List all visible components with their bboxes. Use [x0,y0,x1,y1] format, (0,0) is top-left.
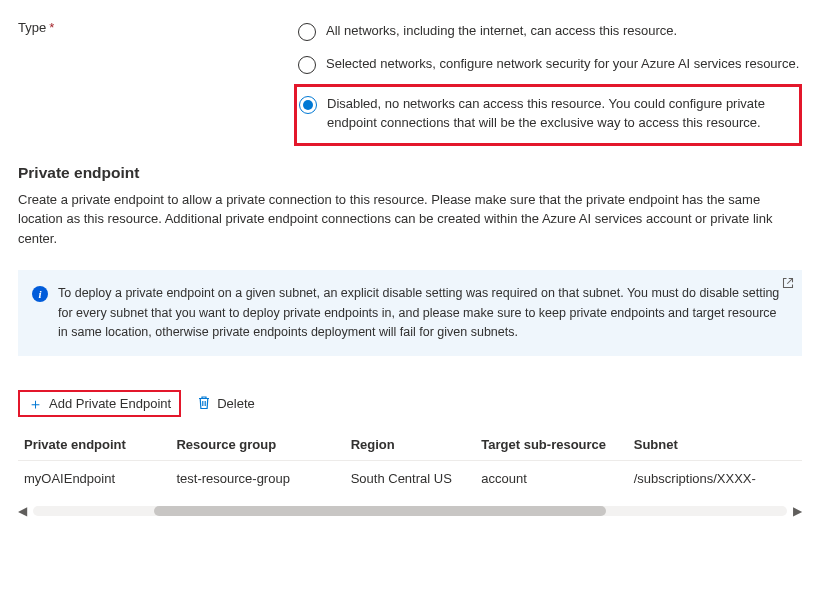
network-access-radio-group: All networks, including the internet, ca… [298,18,802,146]
scroll-right-arrow-icon[interactable]: ▶ [793,504,802,518]
type-label: Type* [18,18,298,35]
trash-icon [197,395,211,412]
add-private-endpoint-label: Add Private Endpoint [49,396,171,411]
private-endpoints-table: Private endpoint Resource group Region T… [18,429,802,496]
col-resource-group[interactable]: Resource group [170,429,344,461]
plus-icon: ＋ [28,396,43,411]
col-subnet[interactable]: Subnet [628,429,802,461]
radio-icon-checked [299,96,317,114]
col-private-endpoint[interactable]: Private endpoint [18,429,170,461]
info-message: i To deploy a private endpoint on a give… [18,270,802,356]
radio-all-networks[interactable]: All networks, including the internet, ca… [298,18,802,51]
delete-button[interactable]: Delete [189,391,263,416]
cell-region: South Central US [345,461,476,497]
radio-selected-networks-label: Selected networks, configure network sec… [326,55,799,74]
private-endpoint-heading: Private endpoint [18,164,802,182]
radio-disabled-label: Disabled, no networks can access this re… [327,95,793,133]
radio-all-networks-label: All networks, including the internet, ca… [326,22,677,41]
add-private-endpoint-button[interactable]: ＋ Add Private Endpoint [18,390,181,417]
radio-selected-networks[interactable]: Selected networks, configure network sec… [298,51,802,84]
private-endpoint-description: Create a private endpoint to allow a pri… [18,190,802,249]
info-icon: i [32,286,48,302]
cell-target-sub-resource: account [475,461,627,497]
info-message-text: To deploy a private endpoint on a given … [58,284,788,342]
radio-icon [298,23,316,41]
scroll-left-arrow-icon[interactable]: ◀ [18,504,27,518]
required-indicator: * [49,20,54,35]
scrollbar-track[interactable] [33,506,787,516]
cell-resource-group: test-resource-group [170,461,344,497]
highlighted-disabled-option: Disabled, no networks can access this re… [294,84,802,146]
cell-subnet: /subscriptions/XXXX- [628,461,802,497]
radio-disabled[interactable]: Disabled, no networks can access this re… [299,91,793,137]
col-region[interactable]: Region [345,429,476,461]
table-header-row: Private endpoint Resource group Region T… [18,429,802,461]
scrollbar-thumb[interactable] [154,506,606,516]
horizontal-scrollbar[interactable]: ◀ ▶ [18,504,802,518]
col-target-sub-resource[interactable]: Target sub-resource [475,429,627,461]
table-row[interactable]: myOAIEndpoint test-resource-group South … [18,461,802,497]
radio-icon [298,56,316,74]
cell-private-endpoint: myOAIEndpoint [18,461,170,497]
endpoint-toolbar: ＋ Add Private Endpoint Delete [18,390,802,417]
external-link-icon[interactable] [782,276,794,295]
delete-label: Delete [217,396,255,411]
